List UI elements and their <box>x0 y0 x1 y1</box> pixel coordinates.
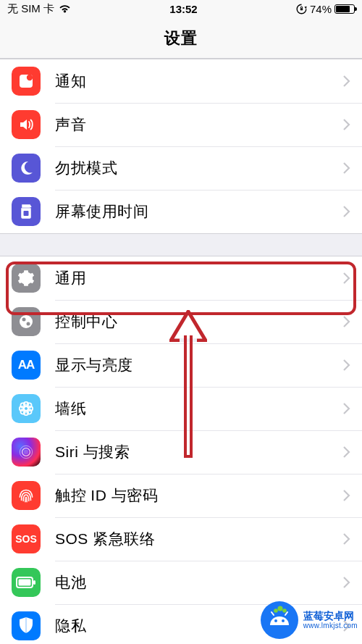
battery-icon <box>334 4 355 14</box>
row-label: 控制中心 <box>55 311 343 332</box>
row-siri-search[interactable]: Siri 与搜索 <box>0 430 362 474</box>
watermark-title: 蓝莓安卓网 <box>303 610 358 622</box>
chevron-right-icon <box>343 490 350 501</box>
svg-point-24 <box>282 619 285 622</box>
row-label: 屏幕使用时间 <box>55 201 343 222</box>
row-touch-id-passcode[interactable]: 触控 ID 与密码 <box>0 474 362 517</box>
svg-rect-0 <box>300 8 303 10</box>
status-left: 无 SIM 卡 <box>7 2 71 16</box>
chevron-right-icon <box>343 359 350 371</box>
svg-point-23 <box>274 619 277 622</box>
chevron-right-icon <box>343 162 350 174</box>
siri-icon <box>12 438 41 467</box>
chevron-right-icon <box>343 119 350 130</box>
screen-time-icon <box>12 197 41 226</box>
do-not-disturb-icon <box>12 154 41 183</box>
chevron-right-icon <box>343 403 350 414</box>
chevron-right-icon <box>343 75 350 87</box>
row-control-centre[interactable]: 控制中心 <box>0 300 362 343</box>
row-label: Siri 与搜索 <box>55 442 343 462</box>
privacy-icon <box>12 611 41 640</box>
row-label: 通用 <box>55 268 343 288</box>
svg-rect-4 <box>20 315 33 328</box>
row-label: 显示与亮度 <box>55 355 343 375</box>
svg-rect-20 <box>19 580 31 586</box>
clock: 13:52 <box>169 3 197 15</box>
chevron-right-icon <box>343 206 350 217</box>
chevron-right-icon <box>343 272 350 284</box>
svg-point-5 <box>22 318 26 322</box>
display-icon: AA <box>12 351 41 380</box>
carrier-text: 无 SIM 卡 <box>7 2 54 16</box>
row-screen-time[interactable]: 屏幕使用时间 <box>0 190 362 233</box>
page-title: 设置 <box>0 17 362 59</box>
row-wallpaper[interactable]: 墙纸 <box>0 387 362 430</box>
battery-percent: 74% <box>310 3 332 15</box>
control-centre-icon <box>12 307 41 336</box>
watermark-url: www.lmkjst.com <box>303 622 358 630</box>
row-label: 勿扰模式 <box>55 158 343 178</box>
general-icon <box>12 264 41 293</box>
row-label: 电池 <box>55 572 343 593</box>
row-label: 声音 <box>55 114 343 135</box>
row-general[interactable]: 通用 <box>0 256 362 300</box>
sos-icon: SOS <box>12 524 41 553</box>
row-sounds[interactable]: 声音 <box>0 103 362 146</box>
chevron-right-icon <box>343 446 350 458</box>
wifi-icon <box>59 4 71 13</box>
orientation-lock-icon <box>296 4 307 14</box>
settings-group-1: 通知 声音 勿扰模式 屏幕使用时间 <box>0 59 362 234</box>
row-do-not-disturb[interactable]: 勿扰模式 <box>0 146 362 190</box>
svg-rect-3 <box>24 211 29 216</box>
row-label: 触控 ID 与密码 <box>55 485 343 506</box>
chevron-right-icon <box>343 577 350 588</box>
watermark-text: 蓝莓安卓网 www.lmkjst.com <box>303 610 358 630</box>
settings-screen: 无 SIM 卡 13:52 74% 设置 通知 声音 <box>0 0 362 644</box>
display-icon-text: AA <box>18 358 35 372</box>
svg-point-25 <box>274 609 278 613</box>
svg-rect-21 <box>33 580 35 585</box>
chevron-right-icon <box>343 316 350 327</box>
settings-group-2: 通用 控制中心 AA 显示与亮度 墙纸 Siri 与搜索 <box>0 256 362 644</box>
battery-icon <box>12 568 41 597</box>
row-label: SOS 紧急联络 <box>55 529 343 549</box>
watermark-logo-icon <box>260 601 299 640</box>
sos-icon-text: SOS <box>15 533 37 545</box>
notifications-icon <box>12 67 41 96</box>
row-display-brightness[interactable]: AA 显示与亮度 <box>0 343 362 387</box>
wallpaper-icon <box>12 394 41 423</box>
row-battery[interactable]: 电池 <box>0 561 362 604</box>
touch-id-icon <box>12 481 41 510</box>
status-bar: 无 SIM 卡 13:52 74% <box>0 0 362 17</box>
row-notifications[interactable]: 通知 <box>0 59 362 103</box>
svg-point-6 <box>27 322 30 326</box>
chevron-right-icon <box>343 533 350 545</box>
sounds-icon <box>12 110 41 139</box>
svg-point-18 <box>24 450 29 455</box>
svg-point-2 <box>27 75 33 80</box>
watermark: 蓝莓安卓网 www.lmkjst.com <box>260 601 358 640</box>
svg-point-27 <box>282 609 287 613</box>
group-gap <box>0 234 362 256</box>
status-right: 74% <box>296 3 355 15</box>
row-emergency-sos[interactable]: SOS SOS 紧急联络 <box>0 517 362 561</box>
row-label: 通知 <box>55 71 343 91</box>
row-label: 墙纸 <box>55 398 343 419</box>
svg-point-26 <box>277 606 282 611</box>
